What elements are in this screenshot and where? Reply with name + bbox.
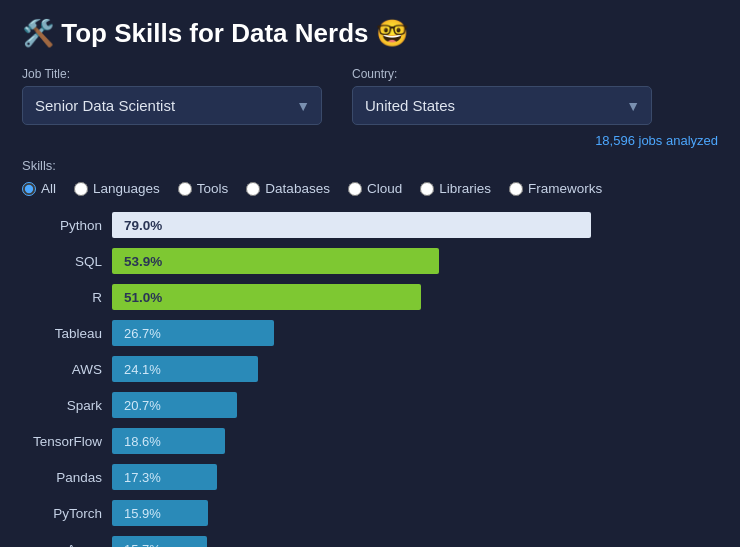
bar-row: Spark20.7% <box>22 390 718 420</box>
bar-pct-label: 15.7% <box>124 542 161 548</box>
bar-track: 51.0% <box>112 284 718 310</box>
bar-label: PyTorch <box>22 506 112 521</box>
bar-label: SQL <box>22 254 112 269</box>
bar-fill: 15.9% <box>112 500 208 526</box>
bar-row: Tableau26.7% <box>22 318 718 348</box>
bar-pct-label: 51.0% <box>124 290 162 305</box>
bar-row: PyTorch15.9% <box>22 498 718 528</box>
country-label: Country: <box>352 67 652 81</box>
bar-track: 18.6% <box>112 428 718 454</box>
bar-pct-label: 24.1% <box>124 362 161 377</box>
bar-row: R51.0% <box>22 282 718 312</box>
bar-label: Tableau <box>22 326 112 341</box>
bar-pct-label: 20.7% <box>124 398 161 413</box>
page-title: 🛠️ Top Skills for Data Nerds 🤓 <box>22 18 718 49</box>
bar-pct-label: 79.0% <box>124 218 162 233</box>
bar-row: Pandas17.3% <box>22 462 718 492</box>
bar-label: Spark <box>22 398 112 413</box>
bar-pct-label: 15.9% <box>124 506 161 521</box>
bar-pct-label: 17.3% <box>124 470 161 485</box>
bar-chart: Python79.0%SQL53.9%R51.0%Tableau26.7%AWS… <box>22 210 718 547</box>
skill-filter-group: All Languages Tools Databases Cloud Libr… <box>22 181 718 196</box>
bar-fill: 20.7% <box>112 392 237 418</box>
bar-fill: 26.7% <box>112 320 274 346</box>
bar-fill: 18.6% <box>112 428 225 454</box>
country-filter: Country: United States ▼ <box>352 67 652 125</box>
bar-pct-label: 18.6% <box>124 434 161 449</box>
bar-track: 17.3% <box>112 464 718 490</box>
bar-row: AWS24.1% <box>22 354 718 384</box>
bar-label: R <box>22 290 112 305</box>
bar-label: AWS <box>22 362 112 377</box>
radio-libraries[interactable]: Libraries <box>420 181 491 196</box>
bar-row: SQL53.9% <box>22 246 718 276</box>
country-select[interactable]: United States <box>352 86 652 125</box>
bar-row: Azure15.7% <box>22 534 718 547</box>
job-title-filter: Job Title: Senior Data Scientist ▼ <box>22 67 322 125</box>
radio-languages[interactable]: Languages <box>74 181 160 196</box>
radio-frameworks[interactable]: Frameworks <box>509 181 602 196</box>
bar-label: Python <box>22 218 112 233</box>
bar-pct-label: 53.9% <box>124 254 162 269</box>
bar-fill: 15.7% <box>112 536 207 547</box>
bar-track: 26.7% <box>112 320 718 346</box>
radio-tools[interactable]: Tools <box>178 181 229 196</box>
bar-label: Azure <box>22 542 112 548</box>
bar-track: 24.1% <box>112 356 718 382</box>
job-title-label: Job Title: <box>22 67 322 81</box>
skills-label: Skills: <box>22 158 718 173</box>
radio-databases[interactable]: Databases <box>246 181 330 196</box>
radio-all[interactable]: All <box>22 181 56 196</box>
bar-fill: 79.0% <box>112 212 591 238</box>
bar-fill: 53.9% <box>112 248 439 274</box>
bar-track: 79.0% <box>112 212 718 238</box>
bar-track: 15.9% <box>112 500 718 526</box>
bar-fill: 17.3% <box>112 464 217 490</box>
bar-fill: 24.1% <box>112 356 258 382</box>
bar-label: TensorFlow <box>22 434 112 449</box>
jobs-analyzed: 18,596 jobs analyzed <box>22 133 718 148</box>
bar-track: 20.7% <box>112 392 718 418</box>
radio-cloud[interactable]: Cloud <box>348 181 402 196</box>
bar-row: Python79.0% <box>22 210 718 240</box>
bar-track: 15.7% <box>112 536 718 547</box>
bar-track: 53.9% <box>112 248 718 274</box>
bar-fill: 51.0% <box>112 284 421 310</box>
bar-row: TensorFlow18.6% <box>22 426 718 456</box>
bar-label: Pandas <box>22 470 112 485</box>
job-title-select[interactable]: Senior Data Scientist <box>22 86 322 125</box>
bar-pct-label: 26.7% <box>124 326 161 341</box>
